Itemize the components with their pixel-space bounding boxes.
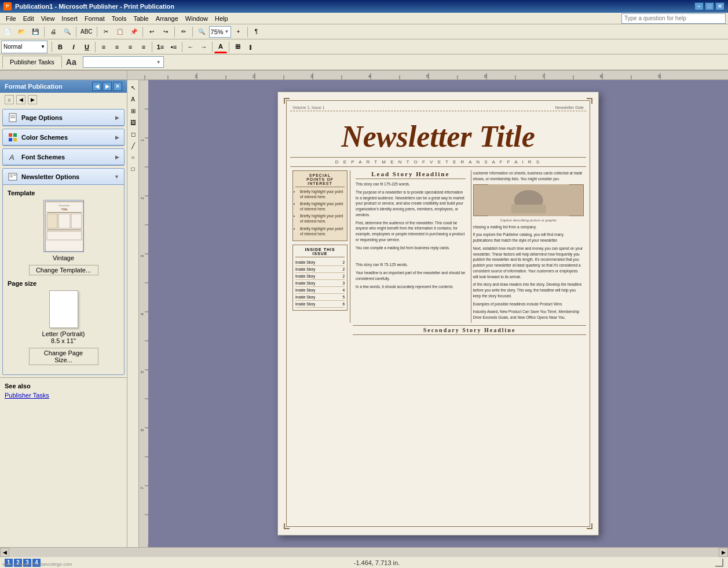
copy-button[interactable]: 📋 bbox=[114, 26, 126, 38]
text-tool[interactable]: A bbox=[128, 94, 138, 104]
right-text2: chasing a mailing list from a company. bbox=[473, 224, 584, 230]
cut-button[interactable]: ✂ bbox=[100, 26, 112, 38]
zoom-in-button[interactable]: + bbox=[232, 26, 245, 38]
new-button[interactable]: 📄 bbox=[1, 26, 14, 38]
align-right-button[interactable]: ≡ bbox=[124, 41, 137, 53]
bullets-button[interactable]: •≡ bbox=[167, 41, 180, 53]
image-caption: Caption describing picture or graphic bbox=[473, 219, 584, 222]
lead-story-text3: First, determine the audience of the new… bbox=[356, 220, 466, 243]
svg-text:A: A bbox=[9, 153, 14, 162]
panel-nav-home[interactable]: ⌂ bbox=[5, 95, 14, 104]
scroll-track[interactable] bbox=[9, 548, 719, 557]
justify-button[interactable]: ≡ bbox=[137, 41, 150, 53]
svg-text:9: 9 bbox=[658, 74, 661, 79]
numbering-button[interactable]: 1≡ bbox=[154, 41, 167, 53]
t2-sep-2 bbox=[95, 42, 96, 52]
newsletter-options-header[interactable]: Newsletter Options ▼ bbox=[3, 169, 124, 185]
newsletter-options-content: Template Newsletter Title bbox=[3, 185, 124, 374]
panel-header: Format Publication ◀ ▶ ✕ bbox=[0, 80, 127, 93]
page-options-header[interactable]: Page Options ▶ bbox=[3, 110, 124, 126]
color-schemes-label: Color Schemes bbox=[21, 134, 112, 141]
table-tool[interactable]: ⊞ bbox=[128, 105, 138, 116]
menu-file[interactable]: File bbox=[2, 14, 20, 23]
panel-nav-fwd[interactable]: ▶ bbox=[28, 95, 37, 104]
table-button[interactable]: ⊞ bbox=[231, 41, 244, 53]
svg-rect-33 bbox=[13, 133, 17, 137]
oval-tool[interactable]: ○ bbox=[128, 152, 138, 162]
menu-table[interactable]: Table bbox=[130, 14, 152, 23]
shape-tool[interactable]: ◻ bbox=[128, 129, 138, 139]
secondary-mid: This story can fit 75-125 words. Your he… bbox=[356, 262, 466, 289]
zoom-out-button[interactable]: 🔍 bbox=[195, 26, 208, 38]
svg-rect-77 bbox=[511, 205, 546, 213]
newsletter-title[interactable]: Newsletter Title bbox=[290, 114, 586, 156]
panel-close-btn[interactable]: ✕ bbox=[113, 82, 122, 91]
scroll-left-button[interactable]: ◀ bbox=[0, 548, 9, 557]
scroll-right-button[interactable]: ▶ bbox=[719, 548, 728, 557]
draw-button[interactable]: ✏ bbox=[177, 26, 190, 38]
color-schemes-header[interactable]: Color Schemes ▶ bbox=[3, 129, 124, 145]
print-button[interactable]: 🖨 bbox=[47, 26, 60, 38]
special-points-content: Briefly highlight your point of interest… bbox=[295, 189, 345, 236]
menu-arrange[interactable]: Arrange bbox=[152, 14, 182, 23]
menu-tools[interactable]: Tools bbox=[108, 14, 130, 23]
select-tool[interactable]: ↖ bbox=[128, 82, 138, 93]
maximize-button[interactable]: □ bbox=[705, 2, 714, 10]
col-mid: Lead Story Headline This story can fit 1… bbox=[354, 170, 467, 323]
italic-button[interactable]: I bbox=[67, 41, 80, 53]
underline-button[interactable]: U bbox=[81, 41, 93, 53]
zoom-dropdown[interactable]: 75% ▼ bbox=[209, 26, 231, 38]
svg-rect-45 bbox=[47, 212, 82, 213]
svg-rect-35 bbox=[13, 138, 17, 141]
align-left-button[interactable]: ≡ bbox=[97, 41, 110, 53]
indent-dec-button[interactable]: ← bbox=[184, 41, 197, 53]
rect-tool[interactable]: □ bbox=[128, 163, 138, 174]
minimize-button[interactable]: − bbox=[694, 2, 704, 10]
table-cols-button[interactable]: ⫿ bbox=[244, 41, 257, 53]
menu-insert[interactable]: Insert bbox=[58, 14, 81, 23]
bold-button[interactable]: B bbox=[54, 41, 67, 53]
redo-button[interactable]: ↪ bbox=[159, 26, 172, 38]
app-icon: P bbox=[3, 2, 12, 10]
menu-window[interactable]: Window bbox=[182, 14, 211, 23]
help-input[interactable] bbox=[621, 13, 726, 24]
menu-edit[interactable]: Edit bbox=[20, 14, 38, 23]
menu-format[interactable]: Format bbox=[81, 14, 108, 23]
publisher-tasks-tab[interactable]: Publisher Tasks bbox=[2, 56, 62, 68]
align-center-button[interactable]: ≡ bbox=[111, 41, 123, 53]
line-tool[interactable]: ╱ bbox=[128, 140, 138, 151]
spell-button[interactable]: ABC bbox=[79, 26, 94, 38]
styles-dropdown[interactable]: Normal ▼ bbox=[1, 41, 47, 53]
svg-text:Newsletter: Newsletter bbox=[58, 204, 70, 207]
menu-help[interactable]: Help bbox=[211, 14, 232, 23]
open-button[interactable]: 📂 bbox=[15, 26, 28, 38]
change-page-size-button[interactable]: Change Page Size... bbox=[29, 348, 98, 365]
page-options-label: Page Options bbox=[21, 114, 112, 121]
t2-sep-1 bbox=[52, 42, 52, 52]
canvas-area[interactable]: Volume 1, Issue 1 Newsletter Date Newsle… bbox=[148, 80, 728, 547]
menu-view[interactable]: View bbox=[38, 14, 58, 23]
close-button[interactable]: ✕ bbox=[715, 2, 725, 10]
corner-bl bbox=[284, 523, 290, 529]
indent-inc-button[interactable]: → bbox=[197, 41, 210, 53]
t2-sep-5 bbox=[212, 42, 213, 52]
change-template-button[interactable]: Change Template... bbox=[29, 265, 98, 275]
format-publication-panel: Format Publication ◀ ▶ ✕ ⌂ ◀ ▶ bbox=[0, 80, 127, 547]
paste-button[interactable]: 📌 bbox=[127, 26, 140, 38]
undo-button[interactable]: ↩ bbox=[145, 26, 158, 38]
publisher-tasks-link[interactable]: Publisher Tasks bbox=[5, 392, 122, 399]
status-bar: 1 2 3 4 -1.464, 7.713 in. bbox=[0, 556, 728, 568]
lead-story-text4: You can compile a mailing list from busi… bbox=[356, 245, 466, 251]
print-preview-button[interactable]: 🔍 bbox=[61, 26, 74, 38]
svg-text:7: 7 bbox=[542, 74, 545, 79]
panel-back-btn[interactable]: ◀ bbox=[92, 82, 101, 91]
font-color-button[interactable]: A bbox=[214, 41, 227, 53]
font-schemes-header[interactable]: A Font Schemes ▶ bbox=[3, 149, 124, 165]
show-para-button[interactable]: ¶ bbox=[250, 26, 263, 38]
save-button[interactable]: 💾 bbox=[29, 26, 42, 38]
panel-nav-back[interactable]: ◀ bbox=[16, 95, 25, 104]
aa-button[interactable]: Aa bbox=[64, 56, 78, 68]
font-selector[interactable]: ▼ bbox=[83, 56, 164, 68]
picture-tool[interactable]: 🖼 bbox=[128, 117, 138, 128]
panel-forward-btn[interactable]: ▶ bbox=[103, 82, 112, 91]
